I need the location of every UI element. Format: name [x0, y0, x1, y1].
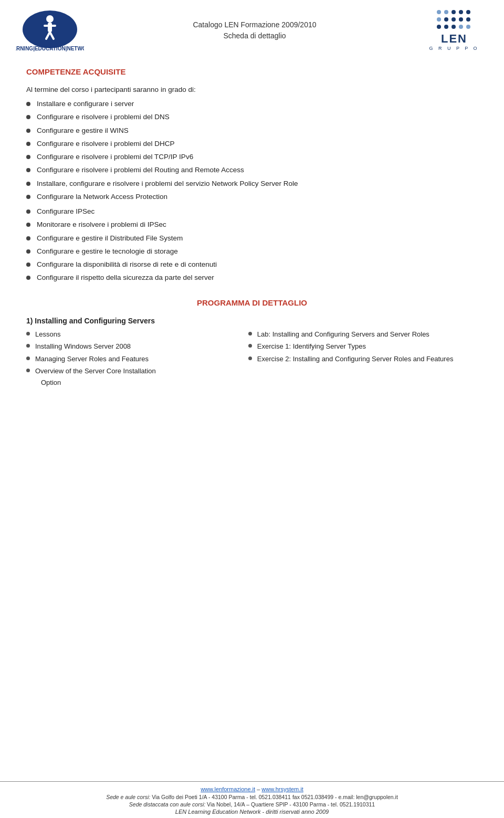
page: LEARNING|EDUCATION|NETWORK Catalogo LEN … — [0, 0, 504, 818]
bullet-icon — [26, 142, 30, 146]
list-item: Configurare e gestire il WINS — [26, 125, 478, 136]
dot — [466, 17, 470, 22]
footer-links: www.lenformazione.it – www.hrsystem.it — [21, 786, 483, 792]
dot — [459, 10, 463, 14]
programma-right-list: Lab: Installing and Configuring Servers … — [248, 329, 478, 364]
footer-link-2[interactable]: www.hrsystem.it — [261, 786, 303, 792]
dot — [444, 10, 448, 14]
bullet-icon — [26, 249, 30, 254]
svg-point-1 — [46, 15, 54, 23]
dot — [444, 17, 448, 22]
list-item: Configurare e gestire il Distributed Fil… — [26, 233, 478, 244]
svg-text:LEARNING|EDUCATION|NETWORK: LEARNING|EDUCATION|NETWORK — [16, 46, 84, 51]
bullet-icon — [248, 332, 252, 335]
footer-sede-text: Via Golfo dei Poeti 1/A - 43100 Parma - … — [152, 794, 398, 800]
bullet-icon — [248, 356, 252, 360]
programma-section-1: 1) Installing and Configuring Servers Le… — [26, 317, 478, 386]
dot — [452, 25, 456, 29]
list-item: Configurare e risolvere i problemi del T… — [26, 152, 478, 162]
footer-link-1[interactable]: www.lenformazione.it — [201, 786, 255, 792]
logo-left: LEARNING|EDUCATION|NETWORK — [16, 9, 84, 51]
logo-right: LEN G R U P P O — [425, 10, 483, 51]
footer-bottom: LEN Learning Education Network - diritti… — [21, 809, 483, 815]
gruppo-dots — [437, 10, 471, 30]
bullet-icon — [248, 344, 252, 348]
footer-link-sep: – — [257, 786, 261, 792]
list-item: Configurare IPSec — [26, 206, 478, 217]
programma-col-right: Lab: Installing and Configuring Servers … — [243, 329, 478, 386]
bullet-icon — [26, 263, 30, 267]
dot — [444, 25, 448, 29]
programma-heading-1: 1) Installing and Configuring Servers — [26, 317, 478, 325]
list-item: Managing Server Roles and Features — [26, 354, 238, 364]
list-item: Lab: Installing and Configuring Servers … — [248, 329, 478, 340]
bullet-icon — [26, 129, 30, 133]
programma-left-list: Lessons Installing Windows Server 2008 M… — [26, 329, 238, 376]
dot — [452, 17, 456, 22]
bullet-icon — [26, 344, 30, 348]
list-item: Installare e configurare i server — [26, 99, 478, 109]
option-text: Option — [41, 379, 238, 386]
list-item: Lessons — [26, 329, 238, 340]
programma-title: PROGRAMMA DI DETTAGLIO — [26, 298, 478, 307]
bullet-icon — [26, 369, 30, 372]
list-item: Exercise 2: Installing and Configuring S… — [248, 354, 478, 364]
header-line2: Scheda di dettaglio — [223, 32, 286, 40]
footer-sede-label: Sede e aule corsi: — [106, 794, 150, 800]
dot — [459, 17, 463, 22]
bullet-icon — [26, 182, 30, 186]
dot — [437, 17, 441, 22]
bullet-icon — [26, 276, 30, 280]
dot — [466, 10, 470, 14]
list-item: Monitorare e risolvere i problemi di IPS… — [26, 219, 478, 230]
bullet-icon — [26, 155, 30, 159]
dot — [452, 10, 456, 14]
bullet-icon — [26, 209, 30, 214]
list-item: Installare, configurare e risolvere i pr… — [26, 179, 478, 189]
bullet-icon — [26, 102, 30, 106]
list-item: Configurare la disponibilità di risorse … — [26, 259, 478, 270]
bullet-icon — [26, 332, 30, 335]
footer-sede2-text: Via Nobel, 14/A – Quartiere SPIP - 43100… — [207, 801, 375, 807]
bullet-icon — [26, 236, 30, 240]
list-item: Configurare il rispetto della sicurezza … — [26, 272, 478, 283]
bullet-icon — [26, 223, 30, 227]
footer-sede2-label: Sede distaccata con aule corsi: — [129, 801, 205, 807]
bullet-icon — [26, 195, 30, 199]
header-line1: Catalogo LEN Formazione 2009/2010 — [193, 20, 316, 29]
list-item: Overview of the Server Core Installation — [26, 366, 238, 376]
competenze-list-2: Configurare IPSec Monitorare e risolvere… — [26, 206, 478, 284]
competenze-list: Installare e configurare i server Config… — [26, 99, 478, 202]
gruppo-len-text: LEN — [441, 32, 467, 46]
list-item: Exercise 1: Identifying Server Types — [248, 341, 478, 352]
len-logo-svg: LEARNING|EDUCATION|NETWORK — [16, 9, 84, 51]
dot — [437, 10, 441, 14]
header-center: Catalogo LEN Formazione 2009/2010 Scheda… — [84, 19, 425, 41]
dot — [459, 25, 463, 29]
list-item: Configurare e risolvere i problemi del D… — [26, 139, 478, 149]
main-content: COMPETENZE ACQUISITE Al termine del cors… — [0, 57, 504, 781]
header: LEARNING|EDUCATION|NETWORK Catalogo LEN … — [0, 0, 504, 57]
intro-text: Al termine del corso i partecipanti sara… — [26, 86, 478, 93]
list-item: Configurare e risolvere i problemi del D… — [26, 112, 478, 122]
list-item: Configurare e gestire le tecnologie di s… — [26, 246, 478, 257]
competenze-title: COMPETENZE ACQUISITE — [26, 67, 478, 76]
svg-rect-2 — [48, 23, 52, 32]
footer: www.lenformazione.it – www.hrsystem.it S… — [0, 781, 504, 818]
programma-two-col: Lessons Installing Windows Server 2008 M… — [26, 329, 478, 386]
bullet-icon — [26, 356, 30, 360]
header-title: Catalogo LEN Formazione 2009/2010 Scheda… — [84, 19, 425, 41]
list-item: Configurare la Network Access Protection — [26, 192, 478, 202]
gruppo-label: G R U P P O — [429, 46, 479, 51]
dot — [437, 25, 441, 29]
list-item: Configurare e risolvere i problemi del R… — [26, 165, 478, 175]
dot — [466, 25, 470, 29]
bullet-icon — [26, 168, 30, 172]
footer-line-2: Sede distaccata con aule corsi: Via Nobe… — [21, 801, 483, 807]
bullet-icon — [26, 115, 30, 119]
list-item: Installing Windows Server 2008 — [26, 341, 238, 352]
footer-line-1: Sede e aule corsi: Via Golfo dei Poeti 1… — [21, 794, 483, 800]
programma-col-left: Lessons Installing Windows Server 2008 M… — [26, 329, 243, 386]
